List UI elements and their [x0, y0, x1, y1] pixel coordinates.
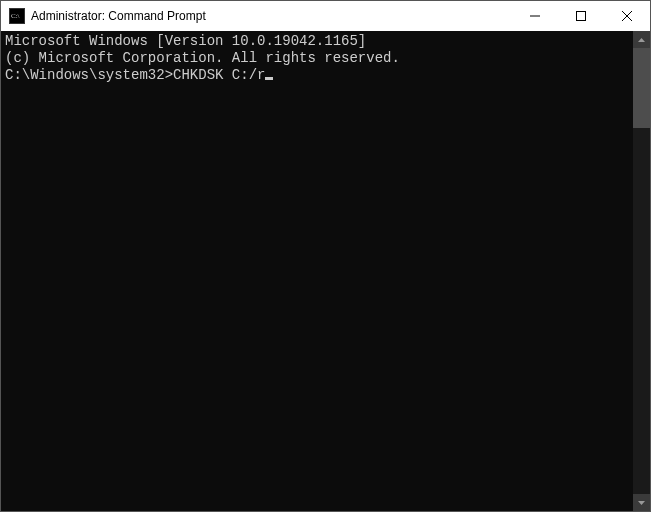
scroll-thumb[interactable] — [633, 48, 650, 128]
prompt-line: C:\Windows\system32>CHKDSK C:/r — [5, 67, 629, 84]
cmd-icon: C:\ — [9, 8, 25, 24]
scroll-down-button[interactable] — [633, 494, 650, 511]
typed-command: CHKDSK C:/r — [173, 67, 265, 83]
command-prompt-window: C:\ Administrator: Command Prompt Micros… — [0, 0, 651, 512]
prompt: C:\Windows\system32> — [5, 67, 173, 83]
output-line: (c) Microsoft Corporation. All rights re… — [5, 50, 629, 67]
output-line: Microsoft Windows [Version 10.0.19042.11… — [5, 33, 629, 50]
svg-marker-7 — [638, 501, 645, 505]
close-button[interactable] — [604, 1, 650, 31]
svg-marker-6 — [638, 38, 645, 42]
window-title: Administrator: Command Prompt — [31, 9, 206, 23]
scroll-up-button[interactable] — [633, 31, 650, 48]
window-controls — [512, 1, 650, 31]
minimize-button[interactable] — [512, 1, 558, 31]
terminal-area: Microsoft Windows [Version 10.0.19042.11… — [1, 31, 650, 511]
terminal[interactable]: Microsoft Windows [Version 10.0.19042.11… — [1, 31, 633, 511]
titlebar[interactable]: C:\ Administrator: Command Prompt — [1, 1, 650, 31]
vertical-scrollbar[interactable] — [633, 31, 650, 511]
svg-text:C:\: C:\ — [11, 12, 20, 20]
svg-rect-3 — [577, 12, 586, 21]
cursor — [265, 77, 273, 80]
maximize-button[interactable] — [558, 1, 604, 31]
scroll-track[interactable] — [633, 48, 650, 494]
